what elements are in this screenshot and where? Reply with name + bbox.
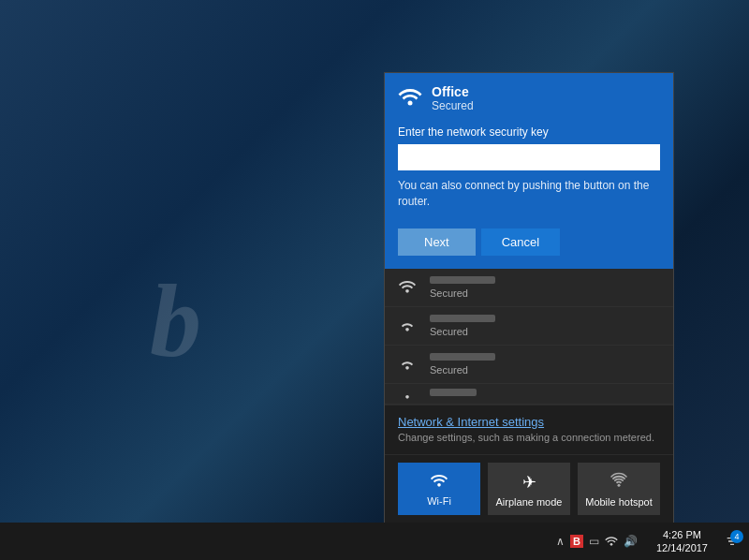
wifi-connected-icon	[398, 85, 422, 111]
quick-actions: Wi-Fi ✈ Airplane mode Mobile hotspot	[385, 454, 673, 523]
next-button[interactable]: Next	[398, 228, 476, 256]
list-item[interactable]: Secured	[385, 269, 673, 307]
system-tray: ∧ B ▭ 🔊	[549, 535, 645, 549]
network-info: Secured	[430, 353, 495, 376]
hotspot-icon	[610, 472, 627, 493]
network-item-status: Secured	[430, 326, 495, 337]
hotspot-label: Mobile hotspot	[585, 496, 653, 508]
airplane-icon: ✈	[522, 472, 536, 493]
wifi-quick-icon	[430, 472, 448, 492]
wifi-icon	[398, 317, 420, 336]
network-name-info: Office Secured	[432, 84, 474, 112]
network-name-bar	[430, 276, 495, 284]
security-key-section: Enter the network security key You can a…	[398, 118, 660, 228]
notification-center-button[interactable]: 4	[719, 528, 745, 554]
svg-point-0	[408, 101, 413, 106]
security-key-label: Enter the network security key	[398, 125, 660, 139]
airplane-label: Airplane mode	[496, 496, 563, 508]
network-actions: Next Cancel	[385, 228, 673, 269]
network-list: Secured Secured	[385, 269, 673, 405]
list-item[interactable]: Secured	[385, 346, 673, 384]
bing-watermark: b	[150, 262, 201, 381]
expanded-network: Office Secured Enter the network securit…	[385, 73, 673, 269]
svg-point-7	[610, 542, 613, 545]
network-icon[interactable]	[605, 535, 618, 549]
network-settings-link[interactable]: Network & Internet settings	[398, 415, 660, 429]
volume-icon[interactable]: 🔊	[624, 535, 638, 548]
network-name-bar	[430, 315, 495, 322]
security-key-input[interactable]	[398, 144, 660, 170]
time-display: 4:26 PM	[663, 528, 701, 541]
list-item[interactable]: Secured	[385, 307, 673, 346]
wifi-icon	[398, 384, 420, 404]
wifi-quick-btn[interactable]: Wi-Fi	[398, 463, 480, 515]
network-info: Secured	[430, 315, 495, 337]
network-footer: Network & Internet settings Change setti…	[385, 405, 673, 454]
network-settings-desc: Change settings, such as making a connec…	[398, 432, 660, 443]
notification-count: 4	[730, 530, 743, 543]
chevron-up-icon[interactable]: ∧	[556, 535, 565, 548]
network-name-bar	[430, 353, 495, 361]
wifi-icon	[398, 278, 420, 298]
list-item[interactable]	[385, 384, 673, 405]
svg-point-1	[405, 289, 409, 293]
taskbar: ∧ B ▭ 🔊 4:26 PM 12/14/2017	[0, 523, 749, 560]
push-button-hint: You can also connect by pushing the butt…	[398, 178, 660, 210]
svg-point-6	[618, 484, 621, 487]
airplane-mode-btn[interactable]: ✈ Airplane mode	[488, 463, 570, 515]
network-status: Secured	[432, 99, 474, 112]
wifi-icon	[398, 355, 420, 375]
mobile-hotspot-btn[interactable]: Mobile hotspot	[578, 463, 660, 515]
battery-icon: ▭	[589, 535, 599, 548]
network-panel: Office Secured Enter the network securit…	[384, 72, 674, 523]
svg-point-5	[437, 483, 441, 487]
network-item-status: Secured	[430, 364, 495, 376]
network-name: Office	[432, 84, 474, 99]
network-name-bar	[430, 389, 477, 396]
network-item-status: Secured	[430, 287, 495, 299]
wifi-label: Wi-Fi	[427, 495, 451, 507]
svg-point-3	[405, 366, 409, 370]
network-info: Secured	[430, 276, 495, 299]
svg-point-2	[405, 328, 409, 332]
date-display: 12/14/2017	[656, 541, 708, 554]
cancel-button[interactable]: Cancel	[481, 228, 560, 256]
taskbar-right: ∧ B ▭ 🔊 4:26 PM 12/14/2017	[549, 528, 749, 555]
svg-point-4	[405, 395, 409, 399]
network-header: Office Secured	[398, 84, 660, 112]
clock[interactable]: 4:26 PM 12/14/2017	[649, 528, 715, 555]
bing-tray-icon[interactable]: B	[570, 535, 583, 548]
desktop: b Office Secured Enter the network	[0, 0, 749, 560]
